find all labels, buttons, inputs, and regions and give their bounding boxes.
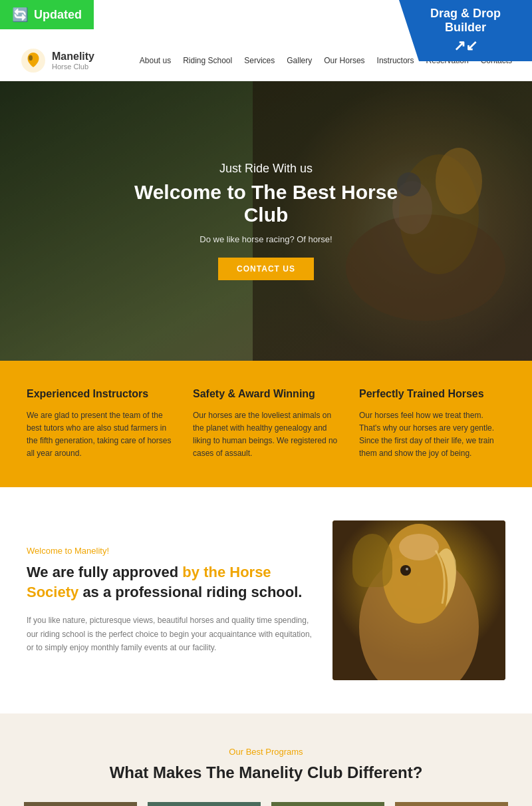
about-section: Welcome to Manelity! We are fully approv… [0,487,532,713]
svg-rect-26 [395,802,508,806]
features-section: Experienced Instructors We are glad to p… [0,361,532,487]
feature-instructors-text: We are glad to present the team of the b… [27,409,173,461]
feature-instructors: Experienced Instructors We are glad to p… [27,387,173,461]
updated-label: Updated [34,8,82,22]
logo-area: Manelity Horse Club [20,47,94,74]
feature-horses: Perfectly Trained Horses Our horses feel… [359,387,505,461]
hero-title: Welcome to The Best Horse Club [133,181,399,226]
horse-image-svg [332,520,505,680]
dnd-line1: Drag & Drop [410,7,521,21]
hero-section: Just Ride With us Welcome to The Best Ho… [0,81,532,361]
about-title: We are fully approved by the Horse Socie… [27,562,313,604]
hero-tagline: Do we like horse racing? Of horse! [133,234,399,244]
program-img-group [271,802,384,806]
sync-icon: 🔄 [12,7,29,23]
svg-point-11 [399,534,439,560]
programs-label: Our Best Programs [20,747,512,757]
about-horse-image [332,520,505,680]
svg-point-13 [406,568,408,570]
feature-horses-title: Perfectly Trained Horses [359,387,505,401]
svg-rect-18 [148,802,261,806]
nav-instructors[interactable]: Instructors [377,56,414,65]
hero-subtitle: Just Ride With us [133,162,399,176]
svg-point-12 [400,565,411,576]
program-card-special: Special Courses For students with physic… [24,802,137,806]
hero-content: Just Ride With us Welcome to The Best Ho… [133,162,399,280]
nav-about[interactable]: About us [140,56,171,65]
logo-icon [20,47,47,74]
dnd-badge: Drag & Drop Builder ↗↙ [399,0,532,61]
program-img-term [395,802,508,806]
logo-sub: Horse Club [52,63,94,71]
nav-gallery[interactable]: Gallery [287,56,312,65]
program-card-group: Group Lessons Indoor/outdoor lessons wit… [271,802,384,806]
updated-badge: 🔄 Updated [0,0,94,29]
feature-instructors-title: Experienced Instructors [27,387,173,401]
feature-safety: Safety & Award Winning Our horses are th… [193,387,339,461]
contact-us-button[interactable]: CONTACT US [218,258,314,280]
programs-section: Our Best Programs What Makes The Manelit… [0,713,532,806]
about-welcome: Welcome to Manelity! [27,546,313,556]
dnd-line2: Builder [410,21,521,35]
program-img-special [24,802,137,806]
svg-rect-14 [24,802,137,806]
feature-safety-title: Safety & Award Winning [193,387,339,401]
nav-services[interactable]: Services [244,56,275,65]
about-text: If you like nature, picturesque views, b… [27,614,313,654]
feature-horses-text: Our horses feel how we treat them. That'… [359,409,505,461]
programs-title: What Makes The Manelity Club Different? [20,763,512,782]
program-card-private: Private Lessons Individual approach is v… [148,802,261,806]
program-img-private [148,802,261,806]
about-content: Welcome to Manelity! We are fully approv… [27,546,313,655]
svg-rect-21 [271,802,384,806]
logo-name: Manelity [52,51,94,63]
nav-our-horses[interactable]: Our Horses [324,56,364,65]
program-card-term: Term Riding Feel the joy of riding durin… [395,802,508,806]
svg-point-1 [29,55,33,61]
nav-riding-school[interactable]: Riding School [183,56,232,65]
arrows-icon: ↗↙ [410,37,521,55]
feature-safety-text: Our horses are the loveliest animals on … [193,409,339,461]
programs-grid: Special Courses For students with physic… [20,802,512,806]
